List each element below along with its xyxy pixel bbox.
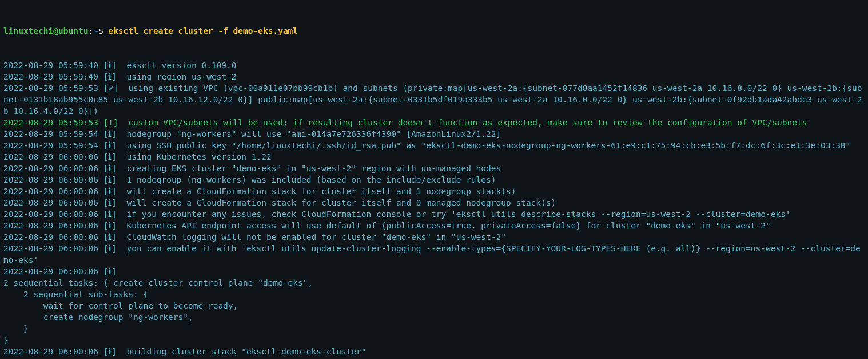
log-line: create nodegroup "ng-workers", bbox=[3, 311, 865, 323]
log-line: } bbox=[3, 334, 865, 346]
log-line: 2022-08-29 06:00:06 [ℹ] if you encounter… bbox=[3, 208, 865, 220]
prompt-colon: : bbox=[88, 26, 93, 35]
log-line: 2 sequential sub-tasks: { bbox=[3, 289, 865, 300]
log-line: 2022-08-29 06:00:06 [ℹ] bbox=[3, 266, 865, 277]
prompt-path: ~ bbox=[93, 26, 98, 35]
prompt-user-host: linuxtechi@ubuntu bbox=[3, 26, 88, 35]
log-line: wait for control plane to become ready, bbox=[3, 300, 865, 311]
log-line: 2022-08-29 05:59:53 [✔] using existing V… bbox=[3, 82, 865, 117]
log-line: 2022-08-29 05:59:54 [ℹ] nodegroup "ng-wo… bbox=[3, 128, 865, 140]
log-line: } bbox=[3, 323, 865, 334]
command-text: eksctl create cluster -f demo-eks.yaml bbox=[108, 26, 298, 35]
log-line: 2022-08-29 06:00:06 [ℹ] building cluster… bbox=[3, 346, 865, 357]
prompt-line: linuxtechi@ubuntu:~$ eksctl create clust… bbox=[3, 25, 865, 37]
log-line: 2022-08-29 06:00:06 [ℹ] creating EKS clu… bbox=[3, 163, 865, 174]
log-output: 2022-08-29 05:59:40 [ℹ] eksctl version 0… bbox=[3, 60, 865, 357]
log-line: 2022-08-29 06:00:06 [ℹ] you can enable i… bbox=[3, 243, 865, 266]
terminal-window[interactable]: linuxtechi@ubuntu:~$ eksctl create clust… bbox=[0, 0, 868, 359]
log-line: 2022-08-29 06:00:06 [ℹ] CloudWatch loggi… bbox=[3, 231, 865, 243]
log-line: 2022-08-29 06:00:06 [ℹ] 1 nodegroup (ng-… bbox=[3, 174, 865, 186]
log-line: 2022-08-29 05:59:40 [ℹ] using region us-… bbox=[3, 71, 865, 82]
log-line: 2022-08-29 05:59:53 [!] custom VPC/subne… bbox=[3, 117, 865, 128]
log-line: 2022-08-29 06:00:06 [ℹ] will create a Cl… bbox=[3, 197, 865, 208]
log-line: 2 sequential tasks: { create cluster con… bbox=[3, 277, 865, 289]
log-line: 2022-08-29 05:59:54 [ℹ] using SSH public… bbox=[3, 140, 865, 151]
log-line: 2022-08-29 06:00:06 [ℹ] using Kubernetes… bbox=[3, 151, 865, 163]
log-line: 2022-08-29 06:00:06 [ℹ] Kubernetes API e… bbox=[3, 220, 865, 231]
log-line: 2022-08-29 06:00:06 [ℹ] will create a Cl… bbox=[3, 186, 865, 197]
log-line: 2022-08-29 05:59:40 [ℹ] eksctl version 0… bbox=[3, 60, 865, 71]
prompt-dollar: $ bbox=[98, 26, 108, 35]
